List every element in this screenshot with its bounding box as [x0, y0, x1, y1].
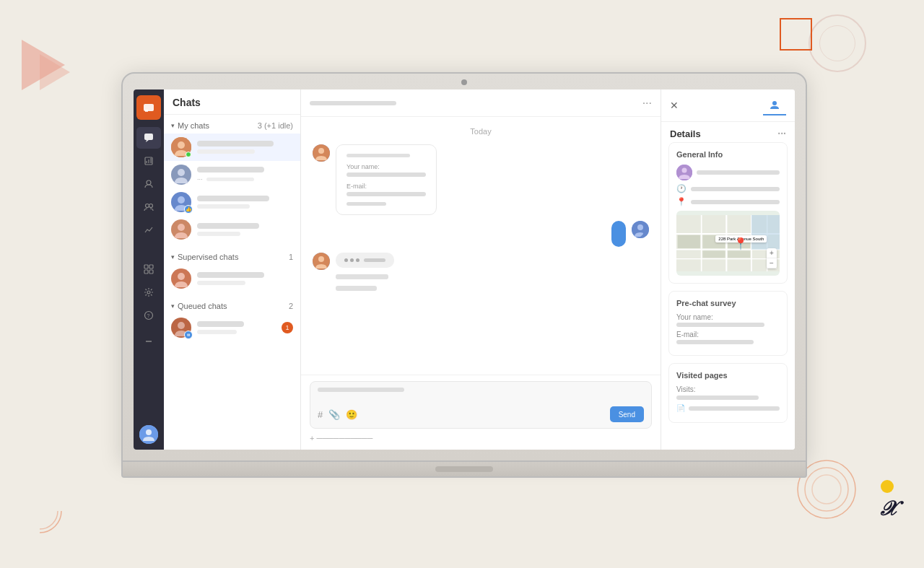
- sidebar-logo-button[interactable]: [136, 95, 161, 120]
- svg-rect-4: [145, 110, 148, 112]
- details-panel-header: ✕: [661, 89, 795, 122]
- sidebar-item-settings[interactable]: [136, 281, 161, 303]
- visits-value: [676, 396, 759, 400]
- info-time-value: [691, 187, 780, 191]
- my-chats-section-header[interactable]: ▾ My chats 3 (+1 idle): [164, 118, 300, 134]
- queued-chat-item-1[interactable]: ✉ 1: [164, 314, 300, 341]
- supervised-chat-item-1[interactable]: [164, 265, 300, 292]
- supervised-chat-avatar-1: [171, 268, 191, 289]
- sidebar-item-analytics[interactable]: [136, 219, 161, 241]
- visited-pages-section: Visited pages Visits: 📄: [668, 363, 788, 423]
- info-location-value: [691, 200, 780, 204]
- sidebar-item-chats[interactable]: [136, 127, 161, 149]
- emoji-icon[interactable]: 🙂: [346, 409, 357, 420]
- pre-chat-title: Pre-chat survey: [676, 299, 780, 307]
- queued-chats-header[interactable]: ▾ Queued chats 2: [164, 298, 300, 314]
- svg-rect-13: [144, 265, 148, 268]
- queued-chat-badge: 1: [282, 322, 293, 333]
- queued-chat-avatar-1: ✉: [171, 318, 191, 338]
- svg-text:?: ?: [147, 313, 150, 318]
- send-button[interactable]: Send: [610, 406, 644, 422]
- chat-item-3[interactable]: 👍: [164, 188, 300, 216]
- svg-point-1: [805, 468, 848, 511]
- chat-name-1: [197, 141, 274, 147]
- hashtag-icon[interactable]: #: [318, 409, 323, 420]
- laptop-screen: ?: [134, 89, 795, 450]
- chat-preview-4: [197, 232, 240, 236]
- chat-main: ··· Today: [301, 89, 661, 450]
- info-avatar: [676, 165, 692, 180]
- queued-chat-name-1: [197, 321, 244, 327]
- chat-info-2: ···: [197, 167, 293, 183]
- document-icon: 📄: [676, 404, 685, 412]
- map-zoom-out[interactable]: −: [767, 258, 777, 268]
- queued-msg-badge: ✉: [184, 331, 193, 339]
- svg-point-38: [318, 148, 324, 154]
- svg-rect-5: [144, 134, 153, 140]
- chat-preview-1: [197, 149, 255, 154]
- message-row-form: Your name: E-mail:: [313, 144, 649, 215]
- map-pin-icon: 📍: [733, 237, 748, 250]
- input-toolbar: # 📎 🙂 Send: [318, 406, 644, 422]
- svg-point-12: [149, 204, 153, 208]
- details-panel: ✕ Details ···: [661, 89, 795, 450]
- pre-chat-name-label: Your name:: [676, 313, 780, 321]
- sidebar-item-minimize[interactable]: [136, 331, 161, 352]
- svg-rect-59: [751, 215, 780, 250]
- like-badge: 👍: [184, 205, 193, 214]
- supervised-chat-preview-1: [197, 281, 245, 285]
- chat-item-1[interactable]: [164, 134, 300, 161]
- sidebar-item-reports[interactable]: [136, 150, 161, 172]
- typing-indicator: [336, 253, 394, 268]
- sidebar-item-agents[interactable]: [136, 196, 161, 218]
- supervised-chat-info-1: [197, 272, 293, 285]
- chat-header-menu[interactable]: ···: [642, 97, 652, 110]
- info-row-name: [676, 165, 780, 180]
- panel-close-button[interactable]: ✕: [670, 100, 679, 111]
- form-email-value: [346, 192, 426, 196]
- attachment-icon[interactable]: 📎: [328, 409, 340, 420]
- queued-chevron: ▾: [171, 302, 175, 310]
- svg-point-34: [178, 322, 185, 329]
- my-chats-section: ▾ My chats 3 (+1 idle): [164, 115, 300, 246]
- queued-chats-label: Queued chats: [178, 302, 227, 310]
- laptop-shell: ?: [121, 72, 807, 505]
- general-info-title: General Info: [676, 150, 780, 159]
- details-title-text: Details: [670, 128, 701, 139]
- map-controls: + −: [767, 248, 777, 268]
- sidebar-item-contacts[interactable]: [136, 173, 161, 195]
- map-zoom-in[interactable]: +: [767, 248, 777, 258]
- panel-tabs: [763, 95, 786, 115]
- supervised-chats-count: 1: [289, 253, 293, 261]
- deco-circle-2: [819, 25, 855, 61]
- my-chats-count: 3 (+1 idle): [258, 121, 293, 130]
- my-chats-label: My chats: [178, 121, 209, 130]
- laptop-camera: [461, 79, 467, 85]
- supervised-chats-header[interactable]: ▾ Supervised chats 1: [164, 249, 300, 265]
- chat-list-panel: Chats ▾ My chats 3 (+1 idle): [164, 89, 301, 450]
- form-bubble: Your name: E-mail:: [336, 144, 437, 215]
- svg-point-24: [178, 141, 185, 149]
- message-row-user: [313, 221, 649, 247]
- details-menu[interactable]: ···: [777, 128, 786, 139]
- location-icon: 📍: [676, 197, 687, 206]
- pre-chat-name-row: Your name:: [676, 313, 780, 327]
- panel-tab-user[interactable]: [763, 95, 786, 115]
- svg-point-22: [146, 429, 152, 435]
- my-chats-chevron: ▾: [171, 122, 175, 129]
- chat-info-4: [197, 223, 293, 236]
- sidebar-user-avatar[interactable]: [139, 425, 158, 444]
- add-attachment-button[interactable]: + ──────────: [310, 432, 652, 444]
- chat-avatar-3: 👍: [171, 192, 191, 212]
- chat-item-2[interactable]: ···: [164, 161, 300, 188]
- sidebar-item-apps[interactable]: [136, 258, 161, 280]
- clock-icon: 🕐: [676, 184, 687, 193]
- message-row-typing: [313, 253, 649, 291]
- svg-point-10: [147, 180, 151, 185]
- details-title: Details ···: [661, 122, 795, 142]
- sidebar-item-help[interactable]: ?: [136, 305, 161, 326]
- chat-item-4[interactable]: [164, 216, 300, 243]
- message-input-box[interactable]: # 📎 🙂 Send: [310, 381, 652, 429]
- pre-chat-email-value: [676, 340, 754, 344]
- chat-avatar-2: [171, 165, 191, 185]
